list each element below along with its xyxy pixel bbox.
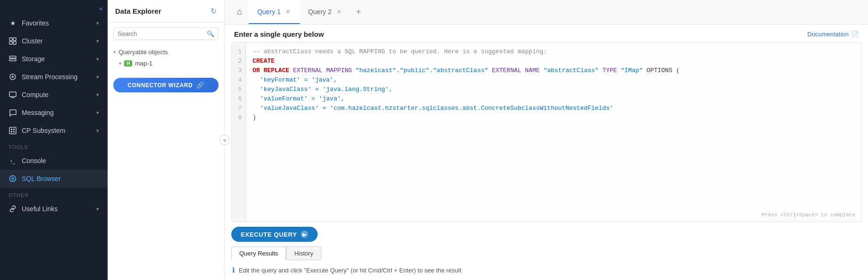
explorer-header: Data Explorer ↻: [108, 0, 224, 23]
execute-row: EXECUTE QUERY ▶: [225, 222, 868, 247]
documentation-link[interactable]: Documentation 📄: [808, 31, 859, 38]
sidebar-item-console[interactable]: ›_ Console: [0, 152, 108, 170]
search-icon: 🔍: [207, 30, 214, 37]
svg-rect-3: [13, 41, 16, 44]
map-badge: H: [124, 60, 132, 66]
code-content[interactable]: -- abstractClass needs a SQL MAPPING to …: [246, 42, 861, 222]
svg-rect-10: [13, 129, 15, 130]
query-header-title: Enter a single query below: [234, 30, 324, 38]
useful-links-icon: [8, 205, 17, 213]
close-tab-query1-icon[interactable]: ✕: [285, 8, 291, 16]
code-editor[interactable]: 12345678 -- abstractClass needs a SQL MA…: [231, 42, 861, 222]
sidebar-item-favorites[interactable]: ★ Favorites ▾: [0, 14, 108, 32]
cp-icon: [8, 126, 17, 135]
sidebar-item-sql-browser[interactable]: SQL Browser: [0, 170, 108, 188]
svg-rect-11: [11, 131, 12, 132]
svg-rect-1: [13, 38, 16, 41]
svg-rect-0: [9, 38, 12, 41]
console-icon: ›_: [8, 156, 17, 165]
link-icon: 🔗: [196, 82, 204, 89]
chevron-down-icon: ▾: [96, 92, 99, 98]
storage-icon: [8, 55, 17, 63]
svg-rect-7: [9, 92, 16, 97]
query-area: Enter a single query below Documentation…: [225, 25, 868, 280]
line-numbers: 12345678: [232, 42, 246, 222]
queryable-section: ▾ Queryable objects ▾ H map-1: [108, 45, 224, 73]
cluster-icon: [8, 37, 17, 45]
svg-rect-8: [9, 127, 16, 134]
chevron-down-icon: ▾: [96, 20, 99, 26]
connector-wizard-button[interactable]: CONNECTOR WIZARD 🔗: [113, 78, 219, 92]
queryable-label[interactable]: ▾ Queryable objects: [113, 47, 219, 58]
sidebar: « ★ Favorites ▾ Cluster ▾ Storage ▾: [0, 0, 108, 280]
close-tab-query2-icon[interactable]: ✕: [336, 8, 342, 16]
home-icon: ⌂: [237, 7, 242, 17]
panel-collapse-button[interactable]: «: [219, 135, 230, 145]
sidebar-item-useful-links[interactable]: Useful Links ▾: [0, 200, 108, 218]
add-icon: +: [356, 7, 362, 17]
query-header: Enter a single query below Documentation…: [225, 25, 868, 42]
explorer-title: Data Explorer: [115, 7, 161, 15]
svg-rect-2: [9, 41, 12, 44]
tab-query2[interactable]: Query 2 ✕: [300, 0, 351, 24]
play-icon: ▶: [301, 231, 308, 238]
doc-icon: 📄: [851, 31, 859, 38]
svg-rect-5: [9, 59, 16, 61]
result-tab-history[interactable]: History: [286, 247, 321, 260]
refresh-icon[interactable]: ↻: [211, 7, 217, 16]
chevron-down-icon: ▾: [96, 56, 99, 62]
tab-query1[interactable]: Query 1 ✕: [249, 0, 300, 24]
favorites-icon: ★: [8, 19, 17, 27]
svg-rect-12: [13, 131, 15, 132]
compute-icon: [8, 91, 17, 99]
chevron-down-icon: ▾: [96, 38, 99, 44]
expand-arrow-icon: ▾: [113, 49, 116, 55]
sidebar-item-cp-subsystem[interactable]: CP Subsystem ▾: [0, 122, 108, 140]
stream-processing-icon: [8, 73, 17, 81]
result-tab-query-results[interactable]: Query Results: [231, 247, 286, 260]
explorer-panel: Data Explorer ↻ 🔍 ▾ Queryable objects ▾ …: [108, 0, 225, 280]
chevron-down-icon: ▾: [96, 128, 99, 134]
map-item[interactable]: ▾ H map-1: [113, 58, 219, 69]
sidebar-item-cluster[interactable]: Cluster ▾: [0, 32, 108, 50]
sql-browser-icon: [8, 174, 17, 183]
sidebar-item-messaging[interactable]: Messaging ▾: [0, 104, 108, 122]
info-row: ℹ Edit the query and click "Execute Quer…: [225, 260, 868, 280]
tools-section-label: TOOLS: [0, 140, 108, 152]
search-box[interactable]: 🔍: [113, 27, 219, 40]
hint-text: Press <Ctrl+Space> to complete: [762, 212, 855, 218]
sidebar-item-stream-processing[interactable]: Stream Processing ▾: [0, 68, 108, 86]
svg-rect-9: [11, 129, 12, 130]
results-tabs: Query Results History: [225, 247, 868, 260]
svg-rect-4: [9, 56, 16, 58]
other-section-label: OTHER: [0, 188, 108, 200]
sidebar-collapse-icon[interactable]: «: [99, 5, 103, 12]
messaging-icon: [8, 108, 17, 117]
sidebar-item-storage[interactable]: Storage ▾: [0, 50, 108, 68]
chevron-down-icon: ▾: [96, 74, 99, 80]
expand-arrow-icon: ▾: [119, 61, 121, 66]
add-tab-button[interactable]: +: [351, 7, 367, 17]
chevron-down-icon: ▾: [96, 110, 99, 116]
search-input[interactable]: [118, 30, 204, 37]
tab-home[interactable]: ⌂: [230, 0, 249, 24]
chevron-down-icon: ▾: [96, 206, 99, 212]
main-content: ⌂ Query 1 ✕ Query 2 ✕ + Enter a single q…: [225, 0, 868, 280]
execute-query-button[interactable]: EXECUTE QUERY ▶: [231, 227, 318, 242]
tabs-bar: ⌂ Query 1 ✕ Query 2 ✕ +: [225, 0, 868, 25]
sidebar-item-compute[interactable]: Compute ▾: [0, 86, 108, 104]
info-icon: ℹ: [232, 266, 235, 274]
